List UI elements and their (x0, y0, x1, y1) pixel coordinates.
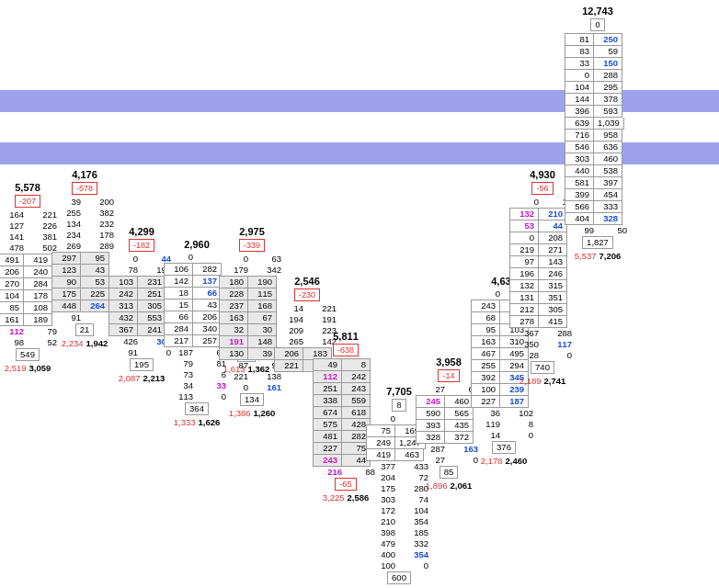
module-header: 5,811 (313, 331, 379, 342)
module-footer: 2,1782,460 (471, 456, 537, 466)
module-tag: 0 (565, 18, 631, 31)
module-header: 4,299 (108, 226, 175, 237)
module-tag: -638 (313, 344, 379, 356)
module-sumbox: 740 (509, 361, 576, 374)
module-tag: -578 (51, 182, 118, 195)
module-sumbox: 549 (0, 348, 61, 361)
module-header: 4,176 (51, 169, 118, 180)
module-tag: -339 (219, 239, 285, 252)
module-footer: 1,3331,626 (164, 417, 230, 427)
module-header: 2,975 (219, 226, 285, 237)
module-footer: 2,1892,741 (509, 376, 576, 386)
module-header: 12,743 (565, 6, 631, 17)
module-m12743: 12,7430812508359331500288104295144378396… (565, 6, 631, 261)
module-sumbox: 1,827 (565, 236, 631, 249)
module-footer: 2,5193,059 (0, 363, 61, 373)
module-sumbox: 85 (416, 466, 482, 479)
module-footer: 5,5377,206 (565, 251, 631, 261)
module-header: 2,546 (274, 276, 340, 287)
module-tag: -230 (274, 288, 340, 301)
module-sumbox: 376 (471, 441, 537, 454)
module-sumbox: 600 (366, 571, 432, 584)
diagram-stage: 5,578-2071642211272261413814785024914192… (0, 0, 719, 588)
module-footer: 1,8962,061 (416, 481, 482, 491)
